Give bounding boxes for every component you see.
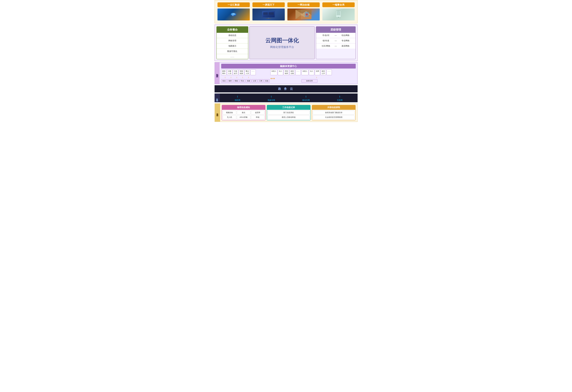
sense-external-body: 政府其他部门数据目录 社会组织及互联网舆情 — [312, 110, 355, 120]
level-dash-3: — — [334, 45, 338, 47]
tag-qingbao: 情报线索 — [239, 70, 244, 75]
left-panel-item-1: 基础信息 — [217, 33, 248, 38]
level-right-1: 综合网格 — [338, 34, 353, 37]
sense-work-header: 工作信息记录 — [267, 105, 310, 110]
sense-card-physical: 物理信息感知 视频设备 激光 超宽带 无人机 AR/AI穿戴 终端 — [222, 105, 266, 120]
sense-item-social-org: 社会组织及互联网舆情 — [313, 115, 354, 119]
top-section: 一云汇数据 一屏观天下 — [215, 0, 358, 23]
tag-ellipsis-2: …… — [295, 70, 301, 75]
cloud-icon — [230, 11, 238, 18]
sense-physical-body: 视频设备 激光 超宽带 无人机 AR/AI穿戴 终端 — [222, 110, 265, 120]
sense-physical-header: 物理信息感知 — [222, 105, 265, 110]
map-icon — [296, 10, 311, 19]
arrow-down-r: ↓ — [316, 76, 317, 79]
svg-rect-8 — [263, 15, 274, 16]
middle-section: 业务整合 基础信息 网格管理 地图展示 数据可视化 …… 云网图一体化 网格化管… — [215, 24, 358, 61]
dept-gongshang: 工商 — [258, 79, 263, 83]
sense-work-row-2: 基层人员移动终端 — [268, 115, 309, 119]
tag-anjing: 案情事件 — [221, 70, 226, 75]
dept-yingji: 应急 — [264, 79, 270, 83]
dept-dangjian: 党建 — [246, 79, 251, 83]
left-panel-item-2: 网格管理 — [217, 38, 248, 44]
level-left-2: 镇/街道 — [318, 39, 334, 42]
screen-icon — [261, 10, 276, 19]
network-item-3: ↑ 移动专网 — [302, 95, 310, 102]
network-arrow-1: ↑ — [237, 95, 238, 99]
sense-external-header: 外部信息获取 — [312, 105, 355, 110]
sense-card-work: 工作信息记录 部门信息系统 基层人员移动终端 — [267, 105, 311, 120]
network-item-4: ↑ 互联网 — [337, 95, 343, 102]
dept-weiwen: 维稳 — [233, 79, 239, 83]
level-left-1: 市/县/区 — [318, 34, 334, 37]
sense-external-row-2: 社会组织及互联网舆情 — [313, 115, 354, 119]
right-arrows-row: ↓ — [302, 76, 332, 79]
dept-zongzhi: 综治 — [221, 79, 227, 83]
center-subtitle: 网格化管理服务平台 — [270, 45, 294, 49]
sense-physical-row-2: 无人机 AR/AI穿戴 终端 — [223, 115, 264, 119]
tag-faren-1: 法人 — [278, 70, 283, 75]
svg-rect-16 — [296, 10, 301, 19]
top-card-image-4 — [322, 9, 355, 20]
top-card-cloud: 一云汇数据 — [218, 2, 250, 20]
sense-item-drone: 无人机 — [223, 115, 236, 119]
dept-zhengwuyingyong: 政务应用 — [302, 79, 318, 83]
network-arrow-2: ↑ — [270, 95, 272, 99]
network-inner: ↑ 物联网 ↑ 视频专网 ↑ 移动专网 ↑ 互联网 — [220, 93, 358, 102]
gov-cloud-label: 政 务 云 — [278, 87, 294, 90]
level-right-2: 专业网格 — [338, 39, 353, 42]
sense-work-row-1: 部门信息系统 — [268, 111, 309, 115]
left-arrows-row: ↓ ↓ ↓ ↓ ↓ — [221, 76, 270, 79]
top-card-image-3 — [287, 9, 320, 20]
top-card-label-4: 一端掌全局 — [322, 2, 355, 7]
sense-item-terminal: 终端 — [251, 115, 264, 119]
data-inner: 融媒体资源中心 案情事件 涉案人员 行政处罚 情报线索 重点人员 …… ↓ ↓ … — [220, 62, 357, 84]
tag-kongjian: 空间地理 — [284, 70, 289, 75]
left-tags-row: 案情事件 涉案人员 行政处罚 情报线索 重点人员 …… — [221, 70, 270, 75]
data-left-segment: 案情事件 涉案人员 行政处罚 情报线索 重点人员 …… ↓ ↓ ↓ ↓ ↓ 综治… — [221, 70, 270, 83]
top-card-map: 一网治全城 — [287, 2, 320, 20]
network-label-4: 互联网 — [337, 99, 343, 102]
right-depts-row: 政务应用 — [302, 79, 332, 83]
right-tags-segment: 自然人 法人 信用 政务公开 …… ↓ 政务应用 — [302, 70, 332, 83]
data-middle-right: 自然人 法人 空间地理 政策法规 …… ⟺ 自然人 法人 信用 — [270, 70, 332, 83]
network-label-2: 视频专网 — [268, 99, 275, 102]
svg-rect-10 — [266, 18, 271, 19]
right-panel-row-1: 市/县/区 — 综合网格 — [316, 33, 355, 38]
left-panel-item-3: 地图展示 — [217, 44, 248, 49]
arrow-down-3: ↓ — [234, 76, 239, 79]
svg-rect-6 — [263, 12, 268, 15]
sense-inner: 物理信息感知 视频设备 激光 超宽带 无人机 AR/AI穿戴 终端 工作信息记录… — [220, 104, 357, 122]
left-panel: 业务整合 基础信息 网格管理 地图展示 数据可视化 …… — [216, 26, 248, 59]
network-arrow-4: ↑ — [339, 95, 341, 99]
svg-rect-7 — [269, 12, 274, 15]
top-card-label-3: 一网治全城 — [287, 2, 320, 7]
tag-she'an: 涉案人员 — [227, 70, 232, 75]
arrow-down-4: ↓ — [240, 76, 245, 79]
top-card-label-2: 一屏观天下 — [253, 2, 285, 7]
arrow-down-2: ↓ — [228, 76, 234, 79]
tag-ellipsis-3: …… — [326, 70, 332, 75]
level-dash-2: — — [334, 40, 338, 42]
dept-gongan: 公安 — [252, 79, 257, 83]
sense-section: 全面感知 物理信息感知 视频设备 激光 超宽带 无人机 AR/AI穿戴 终端 工… — [215, 103, 358, 122]
svg-rect-20 — [337, 12, 340, 13]
data-full-row: 案情事件 涉案人员 行政处罚 情报线索 重点人员 …… ↓ ↓ ↓ ↓ ↓ 综治… — [221, 70, 356, 83]
level-dash-1: — — [334, 34, 338, 37]
top-card-label-1: 一云汇数据 — [218, 2, 250, 7]
top-card-mobile: 一端掌全局 — [322, 2, 355, 20]
gov-cloud-section: 政 务 云 — [215, 85, 358, 92]
left-panel-item-4: 数据可视化 — [217, 49, 248, 54]
level-left-3: 社区/网格 — [318, 45, 334, 47]
dept-chengguan: 城管 — [227, 79, 233, 83]
tag-ziran-1: 自然人 — [270, 70, 277, 75]
sense-external-row-1: 政府其他部门数据目录 — [313, 111, 354, 115]
right-tags-row: 自然人 法人 信用 政务公开 …… — [302, 70, 332, 75]
sense-item-laser: 激光 — [237, 111, 250, 115]
network-item-1: ↑ 物联网 — [235, 95, 240, 102]
mobile-icon — [333, 10, 344, 19]
right-panel-row-2: 镇/街道 — 专业网格 — [316, 38, 355, 44]
right-panel: 层级管理 市/县/区 — 综合网格 镇/街道 — 专业网格 社区/网格 — 基层… — [316, 26, 356, 59]
right-panel-row-3: 社区/网格 — 基层网格 — [316, 44, 355, 49]
level-right-3: 基层网格 — [338, 45, 353, 47]
sense-work-body: 部门信息系统 基层人员移动终端 — [267, 110, 310, 120]
